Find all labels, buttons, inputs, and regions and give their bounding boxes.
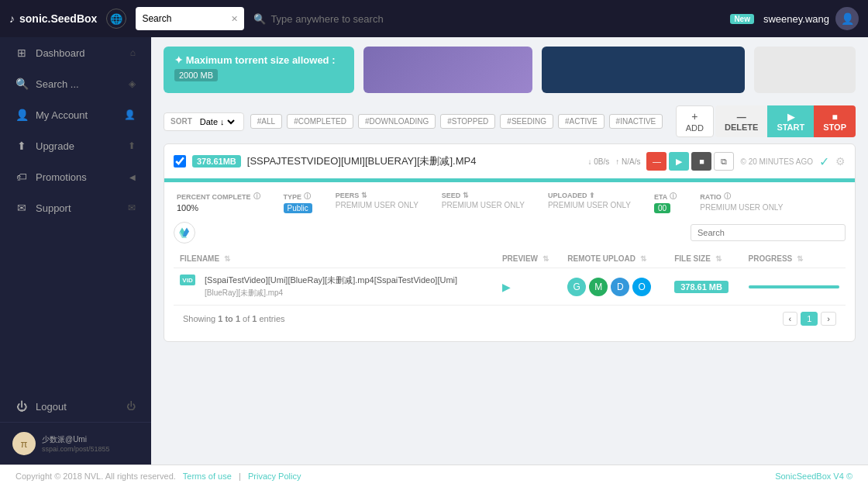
detail-ratio: RATIO ⓘ PREMIUM USER ONLY (700, 192, 783, 212)
upload-googledrive-button[interactable]: G (567, 278, 586, 296)
stop-button[interactable]: ■ STOP (814, 105, 856, 137)
eta-value: 00 (654, 203, 677, 212)
files-top (174, 222, 846, 244)
torrent-header: 378.61MB [SSPAJTESTVIDEO][UMI][BLUERAY][… (164, 144, 855, 180)
sidebar-user-icon: π (12, 432, 36, 455)
terms-link[interactable]: Terms of use (183, 471, 232, 481)
torrent-gear-icon[interactable]: ⚙ (835, 155, 846, 168)
sidebar-item-search[interactable]: 🔍 Search ... ◈ (0, 68, 151, 99)
col-progress[interactable]: PROGRESS ⇅ (742, 250, 846, 268)
privacy-link[interactable]: Privacy Policy (248, 471, 301, 481)
torrent-speed: ↓ 0B/s ↑ N/A/s (587, 157, 640, 166)
sidebar-item-myaccount[interactable]: 👤 My Account 👤 (0, 99, 151, 130)
torrent-card: 378.61MB [SSPAJTESTVIDEO][UMI][BLUERAY][… (164, 143, 856, 342)
preview-sort-icon: ⇅ (542, 254, 549, 263)
sidebar-item-upgrade[interactable]: ⬆ Upgrade ⬆ (0, 130, 151, 161)
sidebar-item-label: Search ... (36, 78, 79, 90)
filter-tag-inactive[interactable]: #INACTIVE (609, 114, 663, 129)
eta-label: ETA ⓘ (654, 192, 677, 202)
files-section: FILENAME ⇅ PREVIEW ⇅ REMOTE UPLOAD ⇅ (164, 222, 855, 341)
torrent-checkbox[interactable] (174, 155, 186, 168)
filter-tag-seeding[interactable]: #SEEDING (500, 114, 553, 129)
sort-select[interactable]: Date ↓ Date ↑ Name (197, 116, 237, 127)
filter-tags: #ALL #COMPLETED #DOWNLOADING #STOPPED #S… (250, 114, 670, 129)
percent-value: 100% (177, 203, 260, 212)
footer: Copyright © 2018 NVL. All rights reserve… (0, 465, 868, 487)
top-bar: ♪ sonic.SeedBox 🌐 ✕ 🔍 New sweeney.wang 👤 (0, 0, 868, 37)
type-value: Public (284, 203, 312, 212)
torrent-time-ago: © 20 MINUTES AGO (740, 157, 813, 166)
google-drive-icon[interactable] (174, 222, 195, 244)
global-search-input[interactable] (270, 13, 725, 25)
sidebar-item-support[interactable]: ✉ Support ✉ (0, 192, 151, 223)
col-filename[interactable]: FILENAME ⇅ (174, 250, 496, 268)
upload-icons: G M D O (567, 278, 662, 296)
sidebar-item-promotions[interactable]: 🏷 Promotions ◀ (0, 161, 151, 192)
upgrade-nav-icon: ⬆ (128, 140, 136, 151)
percent-label: PERCENT COMPLETE ⓘ (177, 192, 260, 202)
logo[interactable]: ♪ sonic.SeedBox (9, 12, 97, 25)
sort-group: SORT Date ↓ Date ↑ Name (164, 112, 244, 131)
col-file-size[interactable]: FILE SIZE ⇅ (668, 250, 742, 268)
file-progress-cell (742, 268, 846, 306)
torrent-copy-button[interactable]: ⧉ (714, 152, 734, 171)
torrent-check-icon: ✓ (819, 154, 829, 169)
avatar[interactable]: 👤 (835, 7, 859, 30)
sidebar-item-logout[interactable]: ⏻ Logout ⏻ (0, 391, 151, 422)
add-plus-icon: + (691, 110, 698, 123)
footer-left: Copyright © 2018 NVL. All rights reserve… (16, 471, 301, 481)
upload-dropbox-button[interactable]: D (611, 278, 629, 296)
clear-search-icon[interactable]: ✕ (231, 14, 238, 24)
filter-tag-completed[interactable]: #COMPLETED (287, 114, 353, 129)
file-search-input[interactable] (691, 224, 846, 241)
filter-tag-active[interactable]: #ACTIVE (558, 114, 604, 129)
sort-label: SORT (170, 117, 192, 126)
file-name-cell: VID [SspaiTestVideo][Umi][BlueRay][未删减].… (174, 268, 496, 306)
next-page-button[interactable]: › (821, 312, 836, 326)
play-preview-button[interactable]: ▶ (502, 281, 511, 293)
globe-button[interactable]: 🌐 (106, 9, 126, 29)
detail-seed: SEED ⇅ PREMIUM USER ONLY (442, 192, 525, 212)
torrent-pause-button[interactable]: — (646, 152, 666, 171)
stop-icon: ■ (823, 112, 846, 123)
uploaded-value: PREMIUM USER ONLY (548, 201, 631, 209)
filter-tag-all[interactable]: #ALL (250, 114, 282, 129)
filter-tag-downloading[interactable]: #DOWNLOADING (358, 114, 436, 129)
file-name-main: [SspaiTestVideo][Umi][BlueRay][未删减].mp4[… (205, 275, 457, 286)
delete-button[interactable]: — DELETE (715, 105, 767, 137)
sidebar-user-url: sspai.com/post/51855 (42, 445, 110, 453)
dashboard-icon: ⊞ (16, 47, 28, 59)
start-button[interactable]: ▶ START (767, 105, 814, 137)
banner-size-badge: 2000 MB (174, 69, 218, 81)
start-icon: ▶ (777, 112, 804, 123)
col-preview[interactable]: PREVIEW ⇅ (496, 250, 561, 268)
sidebar-item-label: Support (36, 202, 71, 214)
type-info-icon: ⓘ (304, 192, 311, 202)
speed-up: ↑ N/A/s (615, 157, 640, 166)
support-icon: ✉ (16, 202, 28, 214)
filter-tag-stopped[interactable]: #STOPPED (440, 114, 495, 129)
support-nav-icon: ✉ (128, 202, 136, 213)
prev-page-button[interactable]: ‹ (783, 312, 798, 326)
filter-bar: SORT Date ↓ Date ↑ Name #ALL #COMPLETED … (151, 99, 868, 143)
table-row: VID [SspaiTestVideo][Umi][BlueRay][未删减].… (174, 268, 846, 306)
torrent-name: [SSPAJTESTVIDEO][UMI][BLUERAY][未删减].MP4 (247, 154, 582, 168)
sidebar-user-area: π 少数派@Umi sspai.com/post/51855 (0, 422, 151, 465)
stop-label: STOP (823, 123, 846, 132)
upload-mega-button[interactable]: M (589, 278, 608, 296)
page-1-button[interactable]: 1 (801, 312, 818, 326)
username-label: sweeney.wang (763, 13, 829, 25)
dashboard-nav-icon: ⌂ (130, 47, 136, 58)
top-search-input[interactable] (142, 13, 226, 24)
showing-range: 1 to 1 (218, 314, 240, 323)
torrent-details: PERCENT COMPLETE ⓘ 100% TYPE ⓘ Public (164, 182, 855, 222)
sidebar-item-dashboard[interactable]: ⊞ Dashboard ⌂ (0, 37, 151, 68)
logo-icon: ♪ (9, 12, 15, 25)
peers-info-icon: ⇅ (361, 192, 367, 199)
add-button[interactable]: + ADD (676, 105, 714, 137)
col-remote-upload[interactable]: REMOTE UPLOAD ⇅ (561, 250, 668, 268)
start-label: START (777, 123, 804, 132)
torrent-play-button[interactable]: ▶ (669, 152, 689, 171)
upload-onedrive-button[interactable]: O (632, 278, 651, 296)
torrent-stop-button[interactable]: ■ (691, 152, 711, 171)
